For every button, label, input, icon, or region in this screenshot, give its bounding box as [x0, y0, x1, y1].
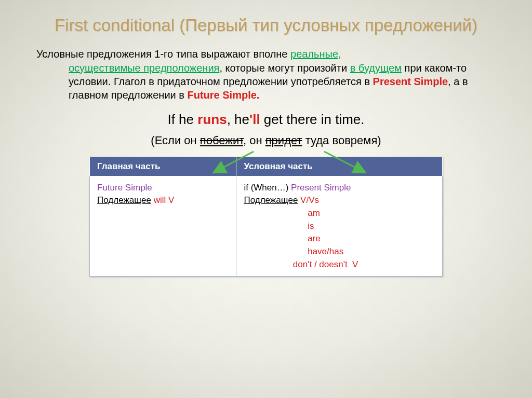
description-paragraph: Условные предложения 1-го типа выражают … [36, 47, 496, 102]
svg-line-0 [216, 152, 254, 171]
example-sentence: If he runs, he'll get there in time. [36, 112, 496, 128]
para-text: Условные предложения 1-го типа выражают … [36, 48, 290, 60]
example-verb: runs [197, 112, 227, 127]
para-highlight: реальные, [290, 48, 341, 60]
slide-title: First conditional (Первый тип условных п… [36, 15, 496, 36]
verb-pattern: have/has [244, 246, 343, 256]
subject-label: Подлежащее [97, 195, 151, 205]
subject-label: Подлежащее [244, 195, 298, 205]
tense-label: Present Simple [373, 76, 448, 87]
para-highlight: в будущем [350, 62, 402, 74]
verb-pattern: are [244, 234, 320, 243]
verb-pattern: will V [151, 195, 174, 205]
arrow-left-icon [212, 149, 259, 175]
translation-strike: придет [265, 134, 302, 147]
translation-text: (Если он [151, 134, 200, 147]
example-verb: 'll [249, 112, 260, 127]
tense-label: Future Simple. [187, 89, 259, 101]
table-cell-conditional: if (When…) Present Simple Подлежащее V/V… [236, 176, 443, 276]
arrow-right-icon [321, 149, 368, 175]
table-row: Future Simple Подлежащее will V if (When… [90, 176, 443, 276]
verb-pattern: don't / doesn't V [244, 259, 358, 269]
translation-text: туда вовремя) [302, 134, 381, 147]
translation-sentence: (Если он побежит, он придет туда вовремя… [36, 134, 496, 147]
verb-pattern: V/Vs [298, 195, 319, 205]
tense-label: Future Simple [97, 183, 152, 193]
svg-line-1 [324, 152, 363, 171]
translation-text: , он [243, 134, 265, 147]
tense-label: Present Simple [291, 183, 351, 193]
grammar-table: Главная часть Условная часть Future Simp… [89, 157, 443, 277]
para-text: , которые могут произойти [219, 62, 350, 74]
translation-strike: побежит [200, 134, 243, 147]
table-header-row: Главная часть Условная часть [90, 157, 443, 176]
para-highlight: осуществимые предположения [69, 62, 219, 74]
verb-pattern: is [244, 221, 314, 231]
slide: First conditional (Первый тип условных п… [0, 0, 532, 297]
example-text: get there in time. [260, 112, 365, 127]
conj-label: if (When…) [244, 183, 291, 193]
example-text: , he [227, 112, 249, 127]
verb-pattern: am [244, 208, 320, 218]
table-cell-main: Future Simple Подлежащее will V [90, 176, 236, 276]
example-text: If he [167, 112, 197, 127]
